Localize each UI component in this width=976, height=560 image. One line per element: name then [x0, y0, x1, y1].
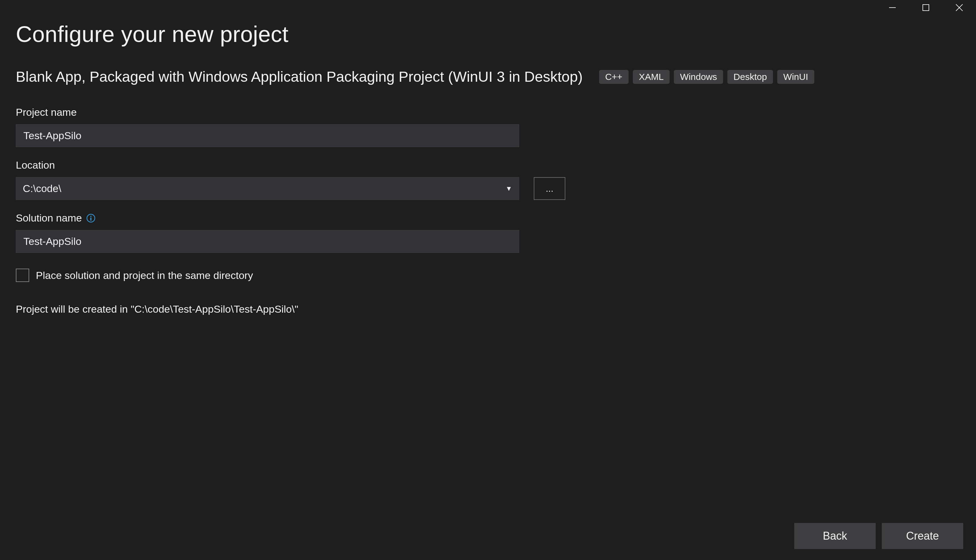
- maximize-button[interactable]: [909, 0, 943, 15]
- template-name: Blank App, Packaged with Windows Applica…: [16, 68, 583, 85]
- location-label: Location: [16, 159, 960, 171]
- svg-rect-6: [90, 218, 92, 221]
- browse-button[interactable]: ...: [534, 177, 566, 200]
- tag-desktop: Desktop: [727, 70, 773, 84]
- location-row: C:\code\ ▼ ...: [16, 177, 960, 200]
- titlebar: [0, 0, 976, 15]
- svg-point-5: [90, 216, 92, 217]
- chevron-down-icon: ▼: [506, 185, 512, 193]
- location-combobox[interactable]: C:\code\ ▼: [16, 177, 519, 200]
- close-icon: [955, 3, 964, 12]
- same-directory-label: Place solution and project in the same d…: [36, 270, 253, 282]
- back-button[interactable]: Back: [794, 523, 876, 549]
- tag-windows: Windows: [674, 70, 723, 84]
- location-value: C:\code\: [23, 183, 62, 195]
- minimize-button[interactable]: [876, 0, 909, 15]
- page-title: Configure your new project: [16, 21, 960, 47]
- solution-name-label: Solution name: [16, 212, 960, 224]
- creation-path-summary: Project will be created in "C:\code\Test…: [16, 303, 960, 315]
- template-row: Blank App, Packaged with Windows Applica…: [16, 68, 960, 85]
- info-icon[interactable]: [86, 213, 96, 223]
- tag-xaml: XAML: [633, 70, 670, 84]
- same-directory-checkbox[interactable]: [16, 268, 29, 282]
- same-directory-row: Place solution and project in the same d…: [16, 268, 960, 282]
- window-root: Configure your new project Blank App, Pa…: [0, 0, 976, 560]
- solution-name-label-text: Solution name: [16, 212, 82, 224]
- svg-rect-1: [923, 5, 929, 11]
- close-button[interactable]: [943, 0, 976, 15]
- maximize-icon: [922, 3, 930, 12]
- project-name-input[interactable]: [16, 124, 519, 147]
- footer-buttons: Back Create: [794, 523, 963, 549]
- tag-cpp: C++: [599, 70, 629, 84]
- minimize-icon: [888, 3, 897, 12]
- content-area: Configure your new project Blank App, Pa…: [0, 15, 976, 560]
- project-name-label: Project name: [16, 107, 960, 118]
- tag-winui: WinUI: [777, 70, 814, 84]
- solution-name-input[interactable]: [16, 230, 519, 253]
- tag-list: C++ XAML Windows Desktop WinUI: [599, 70, 814, 84]
- create-button[interactable]: Create: [882, 523, 963, 549]
